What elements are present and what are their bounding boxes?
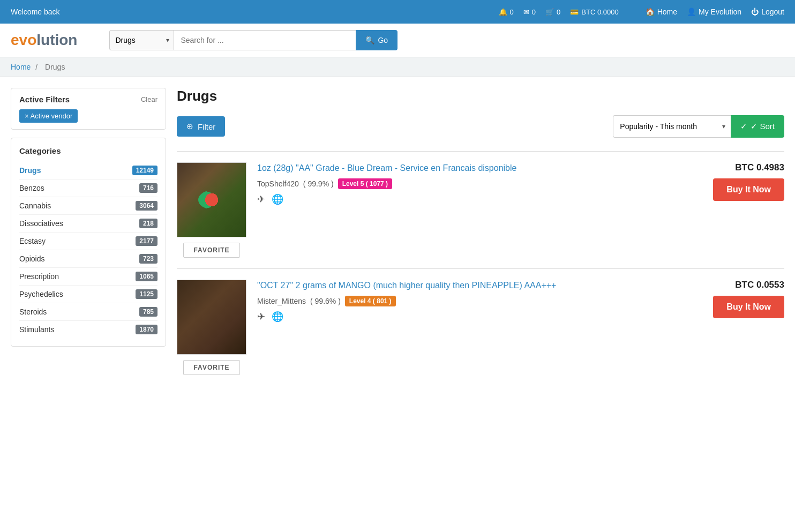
- category-name: Prescription: [19, 272, 59, 281]
- product-shipping-icons: ✈ 🌐: [257, 193, 699, 205]
- product-image-area: FAVORITE: [177, 280, 246, 375]
- category-item[interactable]: Opioids 723: [19, 250, 158, 268]
- seller-name: TopShelf420: [257, 179, 299, 188]
- category-name: Dissociatives: [19, 219, 63, 228]
- welcome-text: Welcome back: [11, 8, 60, 16]
- plane-icon: ✈: [257, 193, 265, 205]
- seller-level-badge: Level 5 ( 1077 ): [338, 178, 392, 189]
- product-card: FAVORITE "OCT 27" 2 grams of MANGO (much…: [177, 268, 784, 386]
- categories-title: Categories: [19, 146, 158, 155]
- btc-amount: BTC 0.0000: [581, 8, 618, 16]
- search-category-select[interactable]: Drugs All Cannabis Ecstasy: [109, 30, 174, 50]
- sort-label: ✓ Sort: [751, 122, 775, 131]
- sidebar: Active Filters Clear × Active vendor Cat…: [11, 88, 166, 347]
- notifications-count: 0: [510, 8, 514, 16]
- my-evolution-link[interactable]: 👤 My Evolution: [687, 8, 741, 16]
- category-count: 218: [139, 219, 158, 228]
- category-count: 1870: [136, 325, 158, 334]
- sort-select[interactable]: Popularity - This month Popularity - All…: [613, 115, 731, 138]
- category-item[interactable]: Dissociatives 218: [19, 215, 158, 233]
- breadcrumb-home[interactable]: Home: [11, 63, 31, 71]
- breadcrumb-separator: /: [35, 63, 38, 71]
- category-name: Ecstasy: [19, 237, 46, 245]
- category-item[interactable]: Psychedelics 1125: [19, 286, 158, 303]
- btc-balance[interactable]: 💳 BTC 0.0000: [570, 8, 618, 16]
- buy-now-button[interactable]: Buy It Now: [713, 178, 784, 201]
- products-list: FAVORITE 1oz (28g) "AA" Grade - Blue Dre…: [177, 151, 784, 386]
- logout-link[interactable]: ⏻ Logout: [751, 8, 784, 16]
- product-shipping-icons: ✈ 🌐: [257, 311, 699, 323]
- page-title: Drugs: [177, 88, 784, 104]
- product-card: FAVORITE 1oz (28g) "AA" Grade - Blue Dre…: [177, 151, 784, 268]
- filters-title: Active Filters: [19, 95, 70, 104]
- product-title[interactable]: 1oz (28g) "AA" Grade - Blue Dream - Serv…: [257, 162, 699, 174]
- product-meta: Mister_Mittens ( 99.6% ) Level 4 ( 801 ): [257, 296, 699, 306]
- category-name: Cannabis: [19, 201, 51, 210]
- logo-evo: evo: [11, 32, 36, 48]
- search-button[interactable]: 🔍 Go: [356, 30, 398, 50]
- filter-button[interactable]: ⊕ Filter: [177, 116, 225, 137]
- messages-count: 0: [532, 8, 536, 16]
- category-item[interactable]: Benzos 716: [19, 179, 158, 197]
- product-image-area: FAVORITE: [177, 162, 246, 258]
- home-icon: 🏠: [646, 8, 655, 16]
- logout-label: Logout: [761, 8, 784, 16]
- filter-label: Filter: [198, 122, 215, 131]
- product-info: 1oz (28g) "AA" Grade - Blue Dream - Serv…: [257, 162, 699, 205]
- sort-select-wrapper: Popularity - This month Popularity - All…: [613, 115, 731, 138]
- favorite-button[interactable]: FAVORITE: [183, 243, 239, 258]
- category-name: Stimulants: [19, 325, 54, 334]
- active-vendor-tag[interactable]: × Active vendor: [19, 109, 78, 123]
- category-item[interactable]: Drugs 12149: [19, 162, 158, 179]
- search-input[interactable]: [174, 30, 356, 50]
- category-item[interactable]: Ecstasy 2177: [19, 233, 158, 250]
- categories-list: Drugs 12149 Benzos 716 Cannabis 3064 Dis…: [19, 162, 158, 338]
- home-link[interactable]: 🏠 Home: [646, 8, 677, 16]
- category-name: Drugs: [19, 166, 41, 175]
- category-wrapper: Drugs All Cannabis Ecstasy: [109, 30, 174, 50]
- wallet-icon: 💳: [570, 8, 579, 16]
- product-image: [177, 280, 246, 355]
- category-item[interactable]: Stimulants 1870: [19, 321, 158, 338]
- product-image: [177, 162, 246, 237]
- category-item[interactable]: Cannabis 3064: [19, 197, 158, 215]
- cart-icon: 🛒: [545, 8, 554, 16]
- clear-filters-link[interactable]: Clear: [141, 95, 158, 103]
- product-price: BTC 0.4983: [735, 162, 784, 173]
- seller-rating: ( 99.9% ): [303, 179, 334, 188]
- cart-icon-area[interactable]: 🛒 0: [545, 8, 560, 16]
- globe-icon: 🌐: [272, 193, 283, 205]
- category-count: 723: [139, 254, 158, 264]
- header: evolution Drugs All Cannabis Ecstasy 🔍 G…: [0, 24, 795, 57]
- nav-icons: 🔔 0 ✉ 0 🛒 0 💳 BTC 0.0000: [499, 8, 619, 16]
- category-count: 12149: [132, 166, 158, 175]
- notifications-icon-area[interactable]: 🔔 0: [499, 8, 514, 16]
- category-item[interactable]: Prescription 1065: [19, 268, 158, 286]
- filters-box: Active Filters Clear × Active vendor: [11, 88, 166, 130]
- power-icon: ⏻: [751, 8, 759, 16]
- check-icon: ✓: [740, 122, 747, 131]
- category-name: Opioids: [19, 254, 44, 263]
- category-item[interactable]: Steroids 785: [19, 303, 158, 321]
- product-price: BTC 0.0553: [735, 280, 784, 290]
- seller-name: Mister_Mittens: [257, 297, 306, 305]
- favorite-button[interactable]: FAVORITE: [183, 360, 239, 375]
- plane-icon: ✈: [257, 311, 265, 323]
- main-layout: Active Filters Clear × Active vendor Cat…: [0, 77, 795, 396]
- search-bar: Drugs All Cannabis Ecstasy 🔍 Go: [109, 30, 398, 50]
- product-meta: TopShelf420 ( 99.9% ) Level 5 ( 1077 ): [257, 178, 699, 189]
- product-info: "OCT 27" 2 grams of MANGO (much higher q…: [257, 280, 699, 323]
- category-name: Steroids: [19, 308, 47, 316]
- sort-button[interactable]: ✓ ✓ Sort: [731, 115, 784, 138]
- bell-icon: 🔔: [499, 8, 507, 16]
- logo-lution: lution: [36, 32, 77, 48]
- category-count: 1065: [136, 272, 158, 281]
- messages-icon-area[interactable]: ✉ 0: [523, 8, 536, 16]
- breadcrumb-current: Drugs: [45, 63, 65, 71]
- home-label: Home: [657, 8, 677, 16]
- product-price-area: BTC 0.0553 Buy It Now: [709, 280, 784, 318]
- buy-now-button[interactable]: Buy It Now: [713, 296, 784, 318]
- search-icon: 🔍: [365, 36, 374, 44]
- product-title[interactable]: "OCT 27" 2 grams of MANGO (much higher q…: [257, 280, 699, 291]
- top-bar: Welcome back 🔔 0 ✉ 0 🛒 0 💳 BTC 0.0000 🏠 …: [0, 0, 795, 24]
